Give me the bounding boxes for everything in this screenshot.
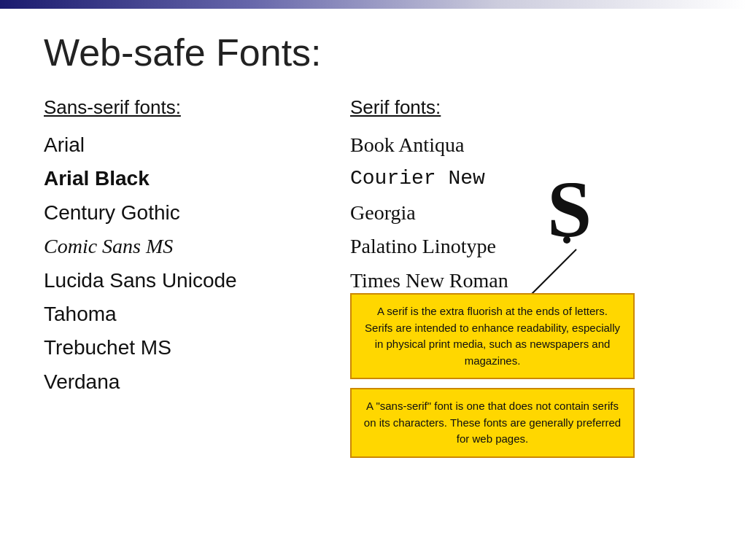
list-item: Tahoma xyxy=(44,301,350,327)
serif-header: Serif fonts: xyxy=(350,96,657,119)
list-item: Trebuchet MS xyxy=(44,335,350,361)
list-item: Book Antiqua xyxy=(350,132,657,158)
right-column: Serif fonts: Book Antiqua Courier New Ge… xyxy=(350,96,657,402)
list-item: Comic Sans MS xyxy=(44,233,350,260)
list-item: Arial Black xyxy=(44,166,350,192)
list-item: Century Gothic xyxy=(44,200,350,226)
list-item: Arial xyxy=(44,132,350,158)
big-s-container: S xyxy=(547,169,635,257)
info-boxes: A serif is the extra fluorish at the end… xyxy=(350,293,635,467)
columns-wrapper: Sans-serif fonts: Arial Arial Black Cent… xyxy=(44,96,703,402)
left-column: Sans-serif fonts: Arial Arial Black Cent… xyxy=(44,96,350,402)
sans-serif-list: Arial Arial Black Century Gothic Comic S… xyxy=(44,132,350,395)
sans-serif-header: Sans-serif fonts: xyxy=(44,96,350,119)
page-title: Web-safe Fonts: xyxy=(44,31,703,74)
sans-serif-info-box: A "sans-serif" font is one that does not… xyxy=(350,388,635,458)
serif-info-box: A serif is the extra fluorish at the end… xyxy=(350,293,635,379)
list-item: Verdana xyxy=(44,369,350,395)
page-content: Web-safe Fonts: Sans-serif fonts: Arial … xyxy=(0,9,747,560)
list-item: Lucida Sans Unicode xyxy=(44,268,350,294)
top-bar xyxy=(0,0,747,9)
